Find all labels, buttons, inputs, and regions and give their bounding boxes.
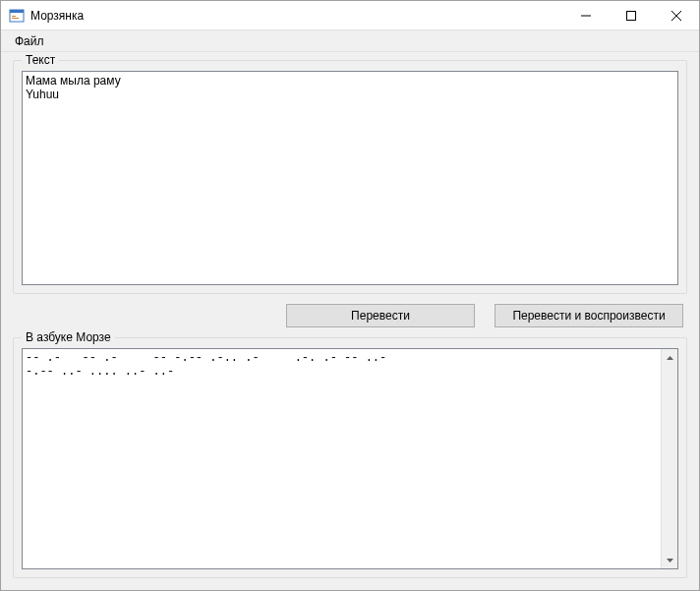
close-button[interactable] (654, 1, 699, 30)
scroll-up-icon[interactable] (662, 349, 678, 366)
client-area: Текст Перевести Перевести и воспроизвест… (1, 52, 699, 590)
minimize-button[interactable] (563, 1, 609, 30)
menubar: Файл (1, 30, 699, 52)
svg-rect-2 (12, 16, 16, 17)
morse-output-wrap: -- .- -- .- -- -.-- .-.. .- .-. .- -- ..… (22, 348, 678, 569)
app-icon (9, 8, 25, 24)
app-window: Морзянка Файл Текст Перевести Перевести … (0, 0, 700, 591)
translate-button[interactable]: Перевести (286, 304, 475, 327)
titlebar: Морзянка (1, 1, 699, 30)
group-text-label: Текст (22, 53, 59, 67)
maximize-button[interactable] (609, 1, 654, 30)
text-input-wrap (22, 71, 678, 285)
svg-rect-1 (10, 10, 24, 13)
svg-rect-4 (627, 11, 636, 20)
morse-output[interactable]: -- .- -- .- -- -.-- .-.. .- .-. .- -- ..… (23, 349, 661, 568)
menu-file[interactable]: Файл (7, 32, 52, 50)
group-morse-label: В азбуке Морзе (22, 330, 115, 344)
scroll-down-icon[interactable] (662, 552, 678, 568)
svg-rect-3 (12, 18, 19, 19)
morse-scrollbar[interactable] (661, 349, 677, 568)
group-text: Текст (13, 60, 687, 294)
text-input[interactable] (23, 72, 677, 284)
group-morse: В азбуке Морзе -- .- -- .- -- -.-- .-.. … (13, 337, 687, 578)
window-title: Морзянка (30, 9, 84, 23)
translate-play-button[interactable]: Перевести и воспроизвести (495, 304, 683, 327)
